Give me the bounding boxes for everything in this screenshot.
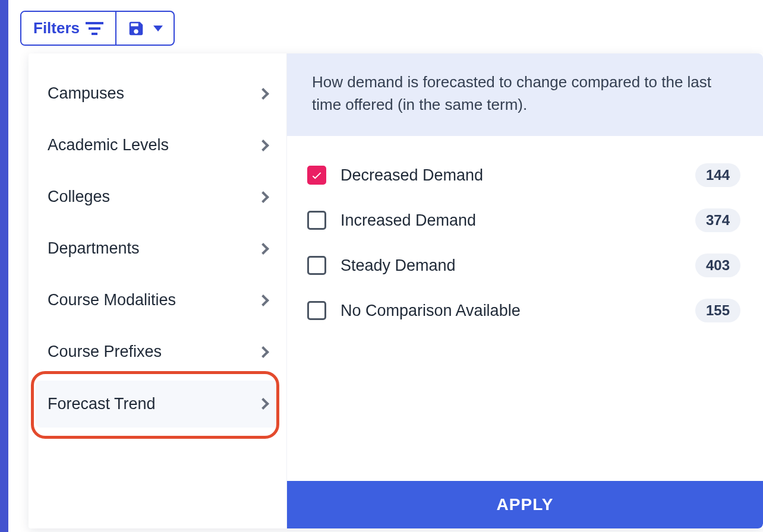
checkbox[interactable]	[307, 166, 326, 185]
category-forecast-trend[interactable]: Forecast Trend	[36, 381, 279, 428]
apply-button[interactable]: APPLY	[287, 481, 763, 528]
option-count: 403	[695, 254, 740, 277]
chevron-right-icon	[257, 346, 269, 358]
filters-panel: Campuses Academic Levels Colleges Depart…	[29, 53, 763, 528]
filter-categories-column: Campuses Academic Levels Colleges Depart…	[29, 53, 286, 528]
category-label: Course Modalities	[48, 290, 176, 311]
filter-options-column: How demand is forecasted to change compa…	[286, 53, 763, 528]
option-no-comparison[interactable]: No Comparison Available 155	[305, 288, 743, 333]
save-icon	[127, 20, 145, 37]
option-count: 374	[695, 208, 740, 232]
option-count: 144	[695, 163, 740, 187]
option-label: No Comparison Available	[340, 302, 681, 320]
category-departments[interactable]: Departments	[36, 225, 279, 272]
chevron-right-icon	[257, 243, 269, 255]
category-label: Forecast Trend	[48, 394, 156, 414]
filters-label: Filters	[33, 19, 80, 37]
filter-toolbar: Filters	[20, 11, 175, 46]
option-steady-demand[interactable]: Steady Demand 403	[305, 243, 743, 288]
filter-lines-icon	[86, 22, 103, 35]
chevron-right-icon	[257, 294, 269, 306]
category-label: Academic Levels	[48, 135, 169, 156]
save-dropdown-button[interactable]	[116, 12, 174, 45]
category-label: Course Prefixes	[48, 341, 162, 362]
chevron-right-icon	[257, 191, 269, 203]
option-count: 155	[695, 299, 740, 322]
svg-rect-2	[92, 33, 97, 35]
checkbox[interactable]	[307, 301, 326, 320]
option-decreased-demand[interactable]: Decreased Demand 144	[305, 153, 743, 198]
app-left-rail	[0, 0, 8, 532]
checkbox[interactable]	[307, 256, 326, 275]
filter-description: How demand is forecasted to change compa…	[287, 53, 763, 136]
option-label: Steady Demand	[340, 256, 681, 275]
category-course-modalities[interactable]: Course Modalities	[36, 277, 279, 324]
filters-button[interactable]: Filters	[21, 12, 115, 45]
filter-options-list: Decreased Demand 144 Increased Demand 37…	[287, 136, 763, 481]
svg-rect-0	[86, 22, 103, 24]
option-label: Increased Demand	[340, 211, 681, 230]
category-academic-levels[interactable]: Academic Levels	[36, 122, 279, 169]
category-colleges[interactable]: Colleges	[36, 173, 279, 220]
category-label: Colleges	[48, 186, 110, 207]
svg-rect-1	[89, 27, 100, 30]
option-label: Decreased Demand	[340, 166, 681, 185]
category-label: Departments	[48, 238, 140, 259]
caret-down-icon	[153, 26, 163, 31]
category-course-prefixes[interactable]: Course Prefixes	[36, 328, 279, 375]
chevron-right-icon	[257, 398, 269, 410]
category-campuses[interactable]: Campuses	[36, 70, 279, 117]
option-increased-demand[interactable]: Increased Demand 374	[305, 198, 743, 243]
category-label: Campuses	[48, 83, 124, 104]
checkbox[interactable]	[307, 211, 326, 230]
chevron-right-icon	[257, 88, 269, 100]
chevron-right-icon	[257, 140, 269, 151]
